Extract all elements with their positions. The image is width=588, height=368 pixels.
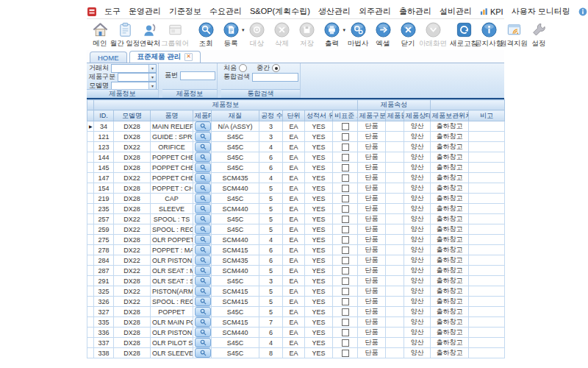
table-row[interactable]: 278DX22POPPET : MAINSCM4156EAYES단품양산출하창고 (87, 245, 505, 255)
product-lookup-button[interactable] (195, 297, 211, 306)
menu-item-6[interactable]: 외주관리 (359, 6, 391, 17)
product-lookup-button[interactable] (195, 163, 211, 172)
nonstandard-group-checkbox[interactable] (342, 288, 349, 295)
product-lookup-button[interactable] (195, 348, 211, 358)
table-row[interactable]: 336DX28OLR PISTONSCM4406EAYES단품양산출하창고 (87, 328, 505, 338)
nonstandard-group-checkbox[interactable] (342, 133, 349, 141)
toolbar-button-17[interactable]: 공지사항 (476, 21, 501, 49)
product-lookup-button[interactable] (195, 276, 211, 286)
product-lookup-button[interactable] (195, 183, 211, 193)
product-lookup-button[interactable] (195, 286, 211, 296)
column-header-id[interactable]: ID. (94, 110, 114, 121)
nonstandard-group-checkbox[interactable] (342, 298, 349, 305)
chevron-down-icon[interactable]: ▾ (148, 74, 156, 81)
tab-0[interactable]: HOME (90, 52, 127, 63)
toolbar-button-1[interactable]: 월간 일정 (112, 21, 137, 49)
nonstandard-group-checkbox[interactable] (342, 154, 349, 161)
table-row[interactable]: 275DX28OLR POPPET : PILOTSCM4404EAYES단품양… (87, 235, 505, 245)
nonstandard-group-checkbox[interactable] (342, 236, 349, 244)
product-lookup-button[interactable] (195, 152, 211, 162)
filter-combo[interactable]: ▾ (118, 73, 157, 82)
toolbar-button-19[interactable]: 설정 (526, 21, 551, 49)
column-header-nonstd[interactable]: 비표준 그룹 (333, 110, 358, 121)
menu-item-5[interactable]: 생산관리 (318, 6, 351, 17)
table-row[interactable]: 123DX22ORIFICES45C4EAYES단품양산출하창고 (87, 142, 505, 152)
table-row[interactable]: 338DX28OLR SLEEVES45C8EAYES단품양산출하창고 (87, 348, 505, 358)
table-row[interactable]: 335DX28OLR MAIN POPPETSCM4157EAYES단품양산출하… (87, 317, 505, 328)
filter-input-field[interactable] (118, 74, 148, 80)
toolbar-button-6[interactable]: 등록 (218, 21, 243, 49)
table-row[interactable]: 327DX28POPPETS45C5EAYES단품양산출하창고 (87, 307, 505, 317)
filter-combo[interactable]: ▾ (111, 64, 157, 73)
filter-input-field[interactable] (253, 74, 298, 80)
nonstandard-group-checkbox[interactable] (342, 216, 349, 223)
column-header-cert[interactable]: 성적서 유무 (305, 110, 333, 121)
table-row[interactable]: 287DX22OLR SEAT : MAINSCM4405EAYES단품양산출하… (87, 266, 505, 276)
toolbar-button-5[interactable]: 조회 (193, 21, 218, 49)
menu-item-3[interactable]: 수요관리 (209, 6, 242, 17)
menu-item-4[interactable]: S&OP(계획수립) (250, 6, 310, 17)
table-row[interactable]: 325DX22PISTON(ARM REGEN ...SCM4155EAYES단… (87, 286, 505, 297)
filter-input-field[interactable] (181, 73, 215, 79)
column-header-proc[interactable]: 공정 수 (259, 110, 283, 121)
menu-item-7[interactable]: 출하관리 (399, 6, 431, 17)
product-lookup-button[interactable] (195, 224, 211, 234)
product-lookup-button[interactable] (195, 142, 211, 152)
product-lookup-button[interactable] (195, 266, 211, 275)
menu-item-9[interactable]: KPI (480, 7, 503, 16)
table-row[interactable]: 219DX28CAPS45C5EAYES단품양산출하창고 (87, 194, 505, 204)
toolbar-button-16[interactable]: 새로고침 (451, 21, 476, 49)
filter-input[interactable] (180, 71, 215, 80)
toolbar-button-11[interactable]: 마법사 (345, 21, 370, 49)
column-header-location[interactable]: 제품보관위치 (431, 110, 469, 121)
nonstandard-group-checkbox[interactable] (342, 185, 349, 192)
table-row[interactable]: ▶34DX28MAIN RELIEF V/V AS...N/A (ASSY)3E… (87, 121, 505, 132)
table-row[interactable]: 337DX28OLR PILOT SEATS45C4EAYES단품양산출하창고 (87, 338, 505, 348)
menu-item-0[interactable]: 도구 (104, 6, 121, 17)
product-lookup-button[interactable] (195, 307, 211, 316)
toolbar-button-0[interactable]: 메인 (87, 21, 112, 49)
nonstandard-group-checkbox[interactable] (342, 257, 349, 264)
menu-item-2[interactable]: 기준정보 (169, 6, 201, 17)
product-lookup-button[interactable] (195, 194, 211, 203)
menu-item-10[interactable]: 사용자 모니터링 (512, 6, 570, 17)
chevron-down-icon[interactable]: ▾ (148, 82, 156, 90)
nonstandard-group-checkbox[interactable] (342, 195, 349, 202)
toolbar-button-18[interactable]: 원격지원 (501, 21, 526, 49)
menu-item-1[interactable]: 운영관리 (129, 6, 161, 17)
toolbar-button-2[interactable]: 연락처 (137, 21, 162, 49)
nonstandard-group-checkbox[interactable] (342, 164, 349, 171)
product-lookup-button[interactable] (195, 235, 211, 244)
column-header-grade[interactable]: 제품등급 (386, 110, 404, 121)
table-row[interactable]: 259DX22SPOOL : REGENS45C5EAYES단품양산출하창고 (87, 224, 505, 235)
product-lookup-button[interactable] (195, 204, 211, 213)
menu-item-11[interactable]: 도움말 (578, 6, 588, 17)
nonstandard-group-checkbox[interactable] (342, 350, 349, 357)
table-row[interactable]: 144DX28POPPET CHECKS45C6EAYES단품양산출하창고 (87, 152, 505, 163)
table-row[interactable]: 147DX22POPPET CHECKSCM4354EAYES단품양산출하창고 (87, 173, 505, 183)
table-row[interactable]: 284DX22OLR PISTONSCM4356EAYES단품양산출하창고 (87, 255, 505, 266)
nonstandard-group-checkbox[interactable] (342, 144, 349, 151)
column-header-model[interactable]: 모델명 (114, 110, 151, 121)
column-header-status[interactable]: 제품상태 (404, 110, 431, 121)
nonstandard-group-checkbox[interactable] (342, 123, 349, 130)
nonstandard-group-checkbox[interactable] (342, 329, 349, 336)
menu-item-8[interactable]: 설비관리 (440, 6, 472, 17)
nonstandard-group-checkbox[interactable] (342, 308, 349, 316)
column-header-note[interactable]: 비고 (469, 110, 505, 121)
table-row[interactable]: 326DX22SPOOL : REGENSCM4155EAYES단품양산출하창고 (87, 297, 505, 307)
filter-input[interactable] (252, 73, 298, 82)
column-header-name[interactable]: 품명 (151, 110, 193, 121)
nonstandard-group-checkbox[interactable] (342, 277, 349, 285)
product-lookup-button[interactable] (195, 255, 211, 265)
product-lookup-button[interactable] (195, 338, 211, 347)
product-lookup-button[interactable] (195, 214, 211, 224)
product-lookup-button[interactable] (195, 317, 211, 327)
column-header-lookup[interactable]: 제품F (193, 110, 212, 121)
table-row[interactable]: 145DX28POPPET CHECK : BU...S45C6EAYES단품양… (87, 163, 505, 173)
nonstandard-group-checkbox[interactable] (342, 267, 349, 275)
product-lookup-button[interactable] (195, 328, 211, 337)
nonstandard-group-checkbox[interactable] (342, 339, 349, 347)
table-row[interactable]: 121DX28GUIDE : SPRINGS45C3EAYES단품양산출하창고 (87, 132, 505, 142)
nonstandard-group-checkbox[interactable] (342, 174, 349, 182)
